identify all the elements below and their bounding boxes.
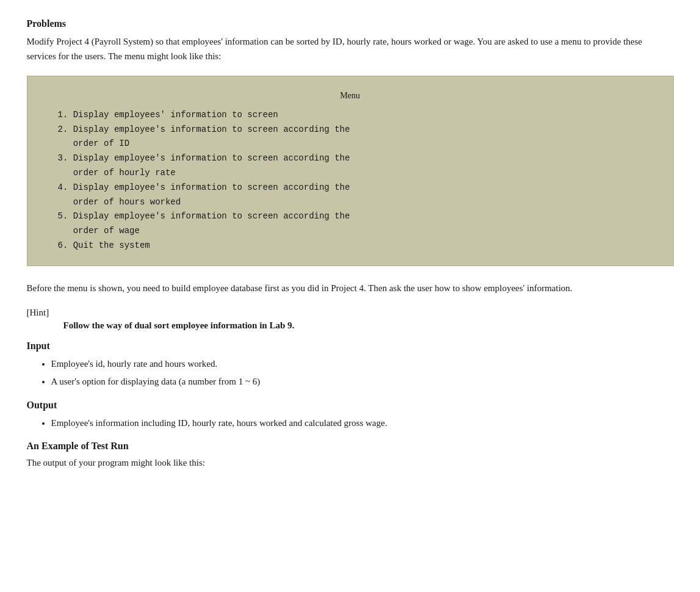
page-content: Problems Modify Project 4 (Payroll Syste… — [27, 12, 674, 476]
input-title: Input — [27, 341, 674, 352]
input-bullet-1: Employee's id, hourly rate and hours wor… — [51, 356, 674, 372]
input-bullet-2: A user's option for displaying data (a n… — [51, 374, 674, 390]
menu-item-1: 1. Display employees' information to scr… — [58, 108, 655, 123]
menu-item-5-cont: order of wage — [58, 224, 655, 239]
input-list: Employee's id, hourly rate and hours wor… — [27, 356, 674, 390]
hint-label: [Hint] — [27, 308, 674, 318]
output-list: Employee's information including ID, hou… — [27, 416, 674, 431]
output-section: Output Employee's information including … — [27, 400, 674, 431]
test-run-title: An Example of Test Run — [27, 441, 674, 452]
menu-item-4: 4. Display employee's information to scr… — [58, 181, 655, 195]
problems-title: Problems — [27, 18, 674, 29]
menu-item-2: 2. Display employee's information to scr… — [58, 123, 655, 137]
output-title: Output — [27, 400, 674, 411]
menu-item-2-cont: order of ID — [58, 137, 655, 151]
menu-box: Menu 1. Display employees' information t… — [27, 76, 674, 266]
menu-items: 1. Display employees' information to scr… — [46, 108, 655, 253]
menu-item-5: 5. Display employee's information to scr… — [58, 209, 655, 224]
menu-item-4-cont: order of hours worked — [58, 195, 655, 210]
problems-paragraph: Modify Project 4 (Payroll System) so tha… — [27, 34, 674, 63]
menu-item-3: 3. Display employee's information to scr… — [58, 151, 655, 166]
menu-item-6: 6. Quit the system — [58, 239, 655, 253]
before-text: Before the menu is shown, you need to bu… — [27, 281, 674, 295]
hint-content: Follow the way of dual sort employee inf… — [27, 320, 674, 331]
test-run-section: An Example of Test Run The output of you… — [27, 441, 674, 470]
input-section: Input Employee's id, hourly rate and hou… — [27, 341, 674, 390]
menu-item-3-cont: order of hourly rate — [58, 166, 655, 181]
output-bullet-1: Employee's information including ID, hou… — [51, 416, 674, 431]
test-run-text: The output of your program might look li… — [27, 455, 674, 470]
hint-section: [Hint] Follow the way of dual sort emplo… — [27, 308, 674, 331]
menu-title: Menu — [46, 88, 655, 103]
problems-section: Problems Modify Project 4 (Payroll Syste… — [27, 18, 674, 63]
